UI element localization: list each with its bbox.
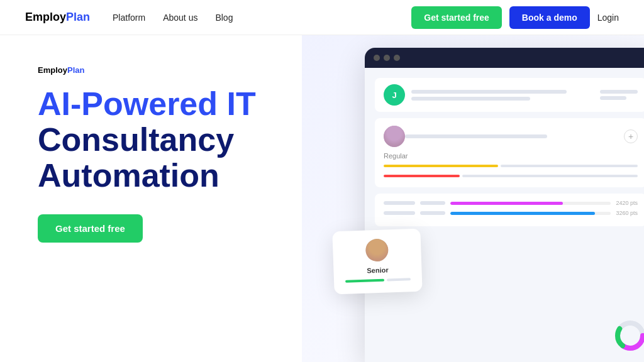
regular-top-row: + — [384, 126, 638, 147]
regular-bars2 — [384, 175, 638, 177]
header-book-demo-button[interactable]: Book a demo — [509, 6, 590, 29]
line4 — [600, 96, 626, 100]
user1-lines — [411, 90, 594, 101]
senior-avatar — [365, 238, 389, 261]
hero-headline-line1: AI-Powered IT — [38, 85, 256, 122]
avatar-teal: J — [384, 84, 405, 106]
hero-headline: AI-Powered IT Consultancy Automation — [38, 86, 277, 194]
donut-chart — [613, 318, 644, 353]
mockup-card-regular: + Regular — [375, 118, 644, 187]
mockup-body: J — [365, 68, 644, 362]
person-face — [384, 126, 405, 147]
bar-gray2 — [462, 175, 638, 177]
user1-right-lines — [600, 90, 638, 100]
hero-cta-button[interactable]: Get started free — [38, 214, 143, 243]
mockup-row-user1: J — [375, 78, 644, 112]
hero-brand-employ: Employ — [38, 65, 67, 75]
plus-button[interactable]: + — [624, 129, 638, 143]
line2 — [411, 97, 530, 101]
senior-bars — [345, 278, 411, 283]
hero-left: EmployPlan AI-Powered IT Consultancy Aut… — [0, 35, 302, 362]
header-left: EmployPlan Platform About us Blog — [25, 11, 233, 24]
hero-brand: EmployPlan — [38, 65, 277, 75]
header: EmployPlan Platform About us Blog Get st… — [0, 0, 644, 35]
mockup-stats: 2420 pts 3260 pts — [375, 194, 644, 226]
nav-blog[interactable]: Blog — [215, 13, 233, 23]
logo[interactable]: EmployPlan — [25, 11, 90, 24]
logo-employ: Employ — [25, 11, 66, 23]
line3 — [600, 90, 638, 94]
mockup-titlebar — [365, 48, 644, 68]
header-login-button[interactable]: Login — [597, 13, 619, 23]
hero-headline-line3: Automation — [38, 157, 219, 194]
stat-bar-bg2 — [450, 212, 611, 215]
senior-bar-green — [345, 279, 384, 283]
bar-red — [384, 175, 460, 177]
stat-pts2: 3260 pts — [616, 210, 638, 216]
hero-right: Senior J — [302, 35, 644, 362]
hero-brand-plan: Plan — [67, 65, 84, 75]
stat-line4 — [420, 211, 445, 215]
card-senior: Senior — [332, 229, 422, 295]
dot3 — [394, 55, 400, 61]
nav-about[interactable]: About us — [163, 13, 197, 23]
regular-label: Regular — [384, 152, 638, 160]
dot2 — [384, 55, 390, 61]
avatar-person — [384, 126, 405, 147]
bar-gray — [501, 165, 638, 167]
header-get-started-button[interactable]: Get started free — [411, 6, 501, 29]
hero-section: EmployPlan AI-Powered IT Consultancy Aut… — [0, 35, 644, 362]
stat-fill2 — [450, 212, 595, 215]
senior-bar-gray — [387, 278, 411, 281]
senior-label: Senior — [345, 265, 410, 275]
header-right: Get started free Book a demo Login — [411, 6, 619, 29]
stat-row1: 2420 pts — [384, 200, 638, 206]
stat-fill1 — [450, 202, 563, 205]
dot1 — [374, 55, 380, 61]
stat-line3 — [384, 211, 415, 215]
bar-yellow — [384, 165, 498, 167]
regular-bars — [384, 165, 638, 167]
ui-mockup: J — [365, 48, 644, 362]
hero-headline-line2: Consultancy — [38, 121, 234, 158]
reg-line1 — [405, 134, 547, 138]
stat-line1 — [384, 201, 415, 205]
stat-pts1: 2420 pts — [616, 200, 638, 206]
mockup-col: J — [375, 78, 644, 352]
nav-platform[interactable]: Platform — [113, 13, 145, 23]
logo-plan: Plan — [66, 11, 90, 23]
senior-face — [365, 238, 389, 261]
stat-line2 — [420, 201, 445, 205]
donut-svg — [613, 318, 644, 353]
regular-lines — [405, 134, 624, 138]
main-nav: Platform About us Blog — [113, 13, 233, 23]
stat-bar-bg1 — [450, 202, 611, 205]
line1 — [411, 90, 567, 94]
stat-row2: 3260 pts — [384, 210, 638, 216]
